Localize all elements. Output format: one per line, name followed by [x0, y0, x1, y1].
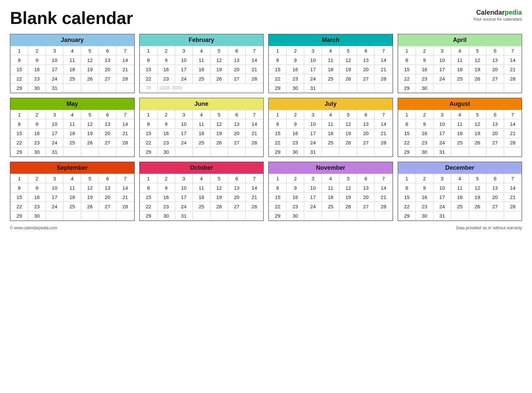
- day-cell: 14: [504, 119, 521, 129]
- day-cell: 5: [339, 110, 357, 119]
- day-cell: 9: [157, 56, 175, 65]
- footer-right: Data provided 'as is' without warranty: [456, 226, 522, 230]
- day-cell: 11: [451, 119, 468, 129]
- day-cell: 25: [322, 138, 339, 147]
- day-cell: 16: [416, 65, 433, 74]
- day-cell: 14: [504, 56, 521, 65]
- day-cell: [193, 147, 210, 157]
- day-cell: 10: [46, 56, 64, 65]
- month-grid-july: 1234567891011121314151617181920212223242…: [269, 110, 393, 157]
- week-row: 22232425262728: [140, 138, 263, 147]
- day-cell: 5: [81, 110, 99, 119]
- day-cell: 11: [451, 56, 468, 65]
- day-cell: [375, 147, 392, 157]
- day-cell: [228, 147, 245, 157]
- day-cell: 7: [245, 174, 263, 183]
- day-cell: 3: [433, 174, 451, 183]
- day-cell: 20: [357, 129, 375, 138]
- day-cell: 3: [46, 174, 64, 183]
- day-cell: 28: [375, 74, 392, 84]
- day-cell: [357, 211, 375, 221]
- leap-note-cell: (2016, 2020): [157, 84, 263, 92]
- day-cell: 22: [140, 138, 157, 147]
- day-cell: 30: [28, 147, 46, 157]
- day-cell: 29: [398, 211, 416, 221]
- day-cell: 15: [269, 193, 287, 202]
- day-cell: 14: [245, 56, 263, 65]
- day-cell: 3: [304, 110, 322, 119]
- day-cell: 14: [116, 119, 134, 129]
- week-row: 1234567: [140, 174, 263, 183]
- month-block-june: June123456789101112131415161718192021222…: [139, 98, 264, 157]
- day-cell: 9: [157, 183, 175, 193]
- brand-name: Calendarpedia: [473, 8, 522, 17]
- day-cell: 28: [375, 202, 392, 211]
- leap-day-cell: 29: [140, 84, 157, 92]
- day-cell: 30: [416, 211, 433, 221]
- day-cell: 23: [416, 138, 433, 147]
- day-cell: 20: [99, 193, 116, 202]
- day-cell: 4: [322, 110, 339, 119]
- day-cell: 5: [468, 174, 486, 183]
- day-cell: 8: [269, 119, 287, 129]
- week-row: 891011121314: [140, 119, 263, 129]
- day-cell: 6: [486, 110, 504, 119]
- day-cell: [504, 84, 521, 93]
- page-title: Blank calendar: [10, 8, 133, 28]
- day-cell: [451, 84, 468, 93]
- day-cell: 20: [228, 129, 245, 138]
- day-cell: 26: [210, 202, 228, 211]
- day-cell: 8: [398, 56, 416, 65]
- day-cell: 22: [140, 202, 157, 211]
- day-cell: 17: [304, 193, 322, 202]
- month-block-february: February12345678910111213141516171819202…: [139, 34, 264, 93]
- day-cell: 27: [228, 202, 245, 211]
- day-cell: 16: [28, 193, 46, 202]
- day-cell: 6: [99, 110, 116, 119]
- day-cell: 13: [99, 119, 116, 129]
- week-row: 22232425262728: [398, 138, 522, 147]
- week-row: 891011121314: [269, 183, 393, 193]
- day-cell: 26: [210, 74, 228, 84]
- day-cell: 30: [416, 147, 433, 157]
- day-cell: 11: [64, 56, 81, 65]
- day-cell: [468, 211, 486, 221]
- day-cell: 12: [468, 56, 486, 65]
- day-cell: [468, 147, 486, 157]
- day-cell: [486, 84, 504, 93]
- month-header-january: January: [10, 34, 134, 46]
- day-cell: [116, 211, 134, 221]
- day-cell: 29: [140, 147, 157, 157]
- day-cell: 30: [287, 84, 304, 93]
- day-cell: 28: [116, 202, 134, 211]
- month-grid-february: 1234567891011121314151617181920212223242…: [140, 46, 264, 92]
- day-cell: 18: [322, 193, 339, 202]
- day-cell: [64, 211, 81, 221]
- month-header-june: June: [140, 98, 264, 110]
- day-cell: [99, 211, 116, 221]
- day-cell: 25: [193, 138, 210, 147]
- week-row: 15161718192021: [11, 129, 134, 138]
- week-row: 1234567: [11, 174, 134, 183]
- day-cell: 11: [193, 183, 210, 193]
- week-row: 22232425262728: [11, 138, 134, 147]
- day-cell: 6: [228, 110, 245, 119]
- day-cell: 21: [116, 129, 134, 138]
- month-block-october: October123456789101112131415161718192021…: [139, 162, 264, 221]
- day-cell: 8: [140, 56, 157, 65]
- week-row: 293031: [11, 84, 134, 93]
- week-row: 293031: [269, 84, 393, 93]
- week-row: 293031: [398, 211, 522, 221]
- day-cell: 13: [228, 183, 245, 193]
- day-cell: 19: [468, 129, 486, 138]
- day-cell: 9: [157, 119, 175, 129]
- day-cell: 13: [486, 119, 504, 129]
- day-cell: 5: [81, 46, 99, 56]
- day-cell: [193, 211, 210, 221]
- day-cell: 10: [175, 119, 193, 129]
- day-cell: 3: [304, 46, 322, 56]
- day-cell: 4: [64, 46, 81, 56]
- day-cell: 20: [486, 193, 504, 202]
- day-cell: [210, 147, 228, 157]
- day-cell: 26: [339, 138, 357, 147]
